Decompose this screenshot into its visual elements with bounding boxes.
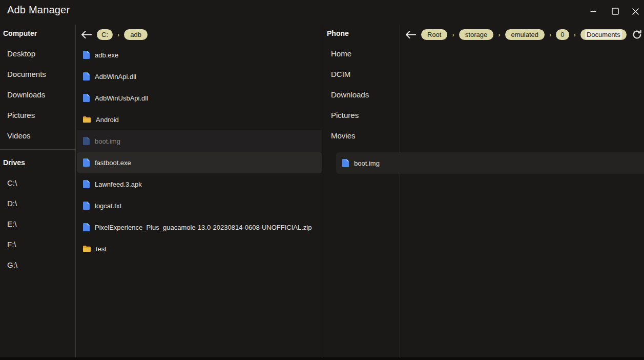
file-name: AdbWinApi.dll bbox=[95, 73, 136, 81]
file-icon bbox=[83, 72, 90, 81]
phone-breadcrumb: Root › storage › emulated › 0 › Document… bbox=[404, 27, 627, 42]
folder-name: Android bbox=[96, 116, 119, 124]
file-icon bbox=[83, 180, 90, 188]
computer-places-list: Desktop Documents Downloads Pictures Vid… bbox=[7, 43, 74, 146]
phone-refresh-button[interactable] bbox=[631, 28, 643, 41]
drive-item-e[interactable]: E:\ bbox=[7, 213, 74, 234]
folder-icon bbox=[83, 246, 91, 252]
breadcrumb-separator: › bbox=[498, 31, 500, 38]
sidebar-item-documents[interactable]: Documents bbox=[7, 64, 74, 84]
sidebar-item-downloads[interactable]: Downloads bbox=[7, 84, 74, 105]
file-icon bbox=[342, 159, 349, 167]
drive-item-g[interactable]: G:\ bbox=[7, 254, 74, 275]
title-bar: Adb Manager bbox=[0, 0, 644, 24]
phone-item-home[interactable]: Home bbox=[331, 43, 398, 64]
back-arrow-icon bbox=[81, 30, 92, 39]
window-title: Adb Manager bbox=[7, 4, 70, 16]
breadcrumb-separator: › bbox=[574, 31, 576, 38]
phone-file-row-boot-img[interactable]: boot.img bbox=[336, 152, 644, 174]
computer-breadcrumb: C: › adb bbox=[80, 27, 148, 42]
file-icon bbox=[83, 94, 90, 102]
file-name: PixelExperience_Plus_guacamole-13.0-2023… bbox=[95, 224, 311, 231]
computer-back-button[interactable] bbox=[80, 28, 92, 41]
file-row-fastboot-selected[interactable]: fastboot.exe bbox=[77, 152, 322, 173]
file-row-adb-exe[interactable]: adb.exe bbox=[77, 44, 322, 66]
breadcrumb-separator: › bbox=[549, 31, 551, 38]
breadcrumb-chip-selected-text: Documents bbox=[585, 30, 622, 39]
phone-item-pictures[interactable]: Pictures bbox=[331, 105, 398, 125]
drives-list: C:\ D:\ E:\ F:\ G:\ bbox=[7, 172, 74, 275]
drive-item-d[interactable]: D:\ bbox=[7, 193, 74, 213]
breadcrumb-separator: › bbox=[452, 31, 454, 38]
sidebar-item-desktop[interactable]: Desktop bbox=[7, 43, 74, 64]
drive-item-f[interactable]: F:\ bbox=[7, 234, 74, 254]
file-row-logcat[interactable]: logcat.txt bbox=[77, 195, 322, 216]
drives-header: Drives bbox=[3, 158, 25, 167]
file-icon bbox=[83, 202, 90, 210]
breadcrumb-chip-adb[interactable]: adb bbox=[124, 29, 148, 40]
folder-name: test bbox=[96, 245, 107, 253]
phone-places-list: Home DCIM Downloads Pictures Movies bbox=[331, 43, 398, 146]
file-icon bbox=[83, 158, 90, 167]
breadcrumb-chip-emulated[interactable]: emulated bbox=[505, 29, 545, 40]
sidebar-item-pictures[interactable]: Pictures bbox=[7, 105, 74, 125]
computer-file-list: adb.exe AdbWinApi.dll AdbWinUsbApi.dll A… bbox=[77, 44, 322, 259]
refresh-icon bbox=[632, 30, 642, 39]
breadcrumb-chip-root[interactable]: Root bbox=[421, 29, 447, 40]
phone-item-movies[interactable]: Movies bbox=[331, 125, 398, 146]
adb-manager-window: Adb Manager Computer Desktop Documents D… bbox=[0, 0, 644, 360]
breadcrumb-chip-storage[interactable]: storage bbox=[459, 29, 493, 40]
file-icon bbox=[83, 137, 90, 145]
folder-icon bbox=[83, 116, 91, 123]
file-name: logcat.txt bbox=[95, 202, 121, 210]
file-name: Lawnfeed.3.apk bbox=[95, 181, 142, 188]
file-name: AdbWinUsbApi.dll bbox=[95, 94, 148, 102]
file-row-adbwinapi[interactable]: AdbWinApi.dll bbox=[77, 66, 322, 87]
file-name: boot.img bbox=[354, 159, 380, 167]
close-button[interactable] bbox=[628, 5, 643, 17]
file-row-adbwinusbapi[interactable]: AdbWinUsbApi.dll bbox=[77, 87, 322, 109]
maximize-button[interactable] bbox=[608, 5, 623, 17]
sidebar-item-videos[interactable]: Videos bbox=[7, 125, 74, 146]
divider-drives bbox=[0, 149, 75, 150]
phone-item-downloads[interactable]: Downloads bbox=[331, 84, 398, 105]
divider-panes bbox=[322, 25, 322, 357]
file-row-pixelexperience-zip[interactable]: PixelExperience_Plus_guacamole-13.0-2023… bbox=[77, 216, 322, 238]
phone-back-button[interactable] bbox=[404, 28, 417, 41]
file-icon bbox=[83, 223, 90, 231]
breadcrumb-chip-documents-selected[interactable]: Documents bbox=[580, 29, 627, 40]
breadcrumb-chip-drive[interactable]: C: bbox=[97, 29, 113, 40]
file-row-lawnfeed[interactable]: Lawnfeed.3.apk bbox=[77, 173, 322, 195]
breadcrumb-chip-0[interactable]: 0 bbox=[556, 29, 569, 40]
computer-pane-header: Computer bbox=[3, 29, 37, 37]
divider-computer-sidebar bbox=[75, 25, 76, 357]
file-name: boot.img bbox=[95, 137, 120, 145]
folder-row-android[interactable]: Android bbox=[77, 109, 322, 130]
phone-pane-header: Phone bbox=[327, 29, 349, 37]
file-icon bbox=[83, 51, 90, 59]
close-icon bbox=[632, 8, 639, 15]
phone-item-dcim[interactable]: DCIM bbox=[331, 64, 398, 84]
file-row-boot-img-dimmed[interactable]: boot.img bbox=[77, 130, 322, 152]
maximize-icon bbox=[612, 8, 619, 15]
file-name: adb.exe bbox=[95, 51, 118, 59]
file-name: fastboot.exe bbox=[95, 159, 131, 167]
minimize-icon bbox=[590, 8, 596, 14]
minimize-button[interactable] bbox=[586, 5, 601, 17]
folder-row-test[interactable]: test bbox=[77, 238, 322, 259]
window-bottom-edge bbox=[0, 357, 644, 360]
back-arrow-icon bbox=[405, 30, 416, 39]
breadcrumb-separator: › bbox=[117, 31, 119, 38]
divider-phone-sidebar bbox=[400, 25, 400, 357]
drive-item-c[interactable]: C:\ bbox=[7, 172, 74, 193]
